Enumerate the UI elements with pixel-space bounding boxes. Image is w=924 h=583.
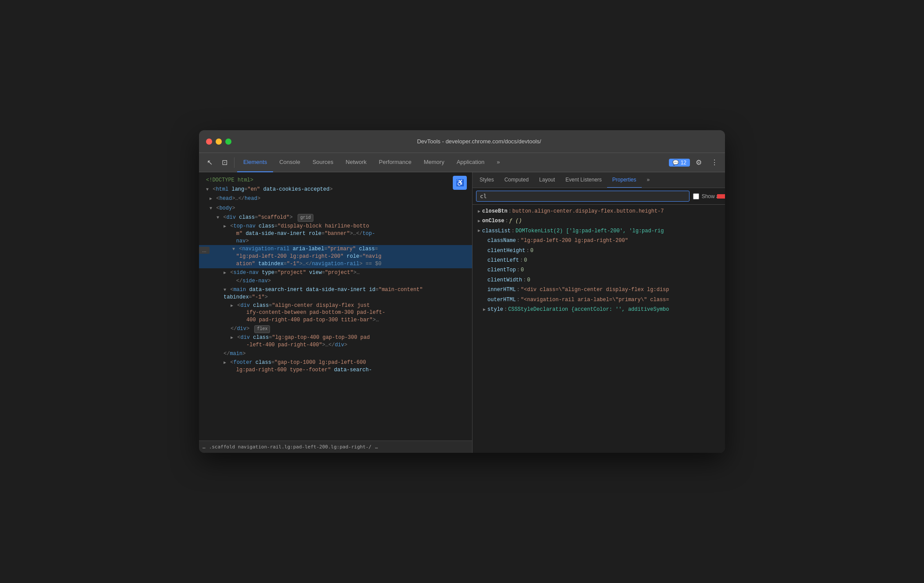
dom-panel: ♿ <!DOCTYPE html> ▼ <html lang="en" data… <box>199 172 473 453</box>
expand-arrow: ▼ <box>210 206 212 211</box>
dom-line-html[interactable]: ▼ <html lang="en" data-cookies-accepted> <box>199 185 472 194</box>
svg-marker-0 <box>717 190 725 203</box>
expand-arrow: ▶ <box>224 270 226 275</box>
prop-closeBtn[interactable]: ▶ closeBtn : button.align-center.display… <box>473 206 725 216</box>
prop-outerHTML[interactable]: ▶ outerHTML : "<navigation-rail aria-lab… <box>473 295 725 305</box>
main-area: ♿ <!DOCTYPE html> ▼ <html lang="en" data… <box>199 172 725 453</box>
expand-arrow: ▼ <box>217 215 219 220</box>
filter-bar: Show all <box>473 188 725 205</box>
subtab-more[interactable]: » <box>642 172 655 188</box>
toolbar-right: 💬 12 ⚙ ⋮ <box>669 156 721 170</box>
status-bar: … .scaffold navigation-rail.lg:pad-left-… <box>199 441 472 453</box>
tab-console[interactable]: Console <box>273 153 306 172</box>
subtab-computed[interactable]: Computed <box>499 172 534 188</box>
expand-arrow: ▼ <box>224 288 226 292</box>
dom-line-body[interactable]: ▼ <body> <box>199 204 472 213</box>
breadcrumb-ellipsis: … <box>375 444 378 450</box>
tab-memory[interactable]: Memory <box>418 153 451 172</box>
expand-triangle: ▶ <box>478 208 480 215</box>
dom-line-head[interactable]: ▶ <head>…</head> <box>199 194 472 203</box>
tab-bar: Elements Console Sources Network Perform… <box>237 153 506 172</box>
prop-style[interactable]: ▶ style : CSSStyleDeclaration {accentCol… <box>473 305 725 314</box>
status-dots: … <box>203 444 206 450</box>
expand-dots-button[interactable]: … <box>199 247 210 254</box>
dom-line-closemain[interactable]: </main> <box>199 349 472 359</box>
subtab-event-listeners[interactable]: Event Listeners <box>560 172 607 188</box>
dom-tree[interactable]: <!DOCTYPE html> ▼ <html lang="en" data-c… <box>199 172 472 441</box>
filter-area: Show all <box>473 188 725 205</box>
prop-onClose[interactable]: ▶ onClose : ƒ () <box>473 216 725 226</box>
properties-list: ▶ closeBtn : button.align-center.display… <box>473 205 725 453</box>
prop-clientWidth[interactable]: ▶ clientWidth : 0 <box>473 275 725 285</box>
overflow-menu-button[interactable]: ⋮ <box>707 156 721 170</box>
dom-line-maindiv[interactable]: ▶ <div class="lg:gap-top-400 gap-top-300… <box>199 334 472 349</box>
dom-line-topnav[interactable]: ▶ <top-nav class="display-block hairline… <box>199 222 472 245</box>
dom-line-doctype[interactable]: <!DOCTYPE html> <box>199 176 472 185</box>
subtab-properties[interactable]: Properties <box>607 172 642 188</box>
expand-arrow: ▶ <box>231 303 233 308</box>
dom-line-scaffold[interactable]: ▼ <div class="scaffold"> grid <box>199 213 472 222</box>
subtab-styles[interactable]: Styles <box>474 172 499 188</box>
chat-badge[interactable]: 💬 12 <box>669 159 690 167</box>
expand-arrow: ▼ <box>206 187 209 192</box>
expand-triangle: ▶ <box>478 227 480 235</box>
chat-count: 12 <box>681 160 686 166</box>
subtab-layout[interactable]: Layout <box>534 172 560 188</box>
red-arrow-indicator <box>717 190 725 203</box>
accessibility-icon-wrap: ♿ <box>453 176 467 190</box>
prop-classList[interactable]: ▶ classList : DOMTokenList(2) ['lg:pad-l… <box>473 226 725 236</box>
traffic-lights <box>206 139 231 145</box>
doctype-text: <!DOCTYPE html> <box>206 177 253 183</box>
tab-elements[interactable]: Elements <box>237 153 273 172</box>
properties-panel: Styles Computed Layout Event Listeners P… <box>473 172 725 453</box>
device-toolbar-button[interactable]: ⊡ <box>217 156 231 170</box>
close-button[interactable] <box>206 139 212 145</box>
settings-button[interactable]: ⚙ <box>692 156 706 170</box>
prop-className[interactable]: ▶ className : "lg:pad-left-200 lg:pad-ri… <box>473 236 725 245</box>
expand-triangle: ▶ <box>483 306 486 313</box>
prop-innerHTML[interactable]: ▶ innerHTML : "<div class=\"align-center… <box>473 285 725 295</box>
expand-arrow: ▶ <box>224 360 226 365</box>
tab-more[interactable]: » <box>490 153 506 172</box>
chat-icon: 💬 <box>672 160 679 166</box>
prop-clientHeight[interactable]: ▶ clientHeight : 0 <box>473 246 725 256</box>
main-toolbar: ↖ ⊡ Elements Console Sources Network Per… <box>199 153 725 172</box>
window-title: DevTools - developer.chrome.com/docs/dev… <box>240 138 718 145</box>
expand-arrow: ▶ <box>210 196 212 201</box>
flex-badge: flex <box>254 325 270 333</box>
titlebar: DevTools - developer.chrome.com/docs/dev… <box>199 130 725 153</box>
show-all-checkbox[interactable] <box>693 193 699 199</box>
dom-line-navrail[interactable]: … ▼ <navigation-rail aria-label="primary… <box>199 245 472 268</box>
minimize-button[interactable] <box>216 139 222 145</box>
dom-line-main[interactable]: ▼ <main data-search-inert data-side-nav-… <box>199 286 472 302</box>
red-arrow-icon <box>717 190 725 203</box>
tab-performance[interactable]: Performance <box>373 153 417 172</box>
breadcrumb: .scaffold navigation-rail.lg:pad-left-20… <box>209 444 372 450</box>
tab-network[interactable]: Network <box>340 153 373 172</box>
expand-arrow: ▶ <box>231 335 233 340</box>
expand-arrow: ▼ <box>232 247 235 252</box>
prop-clientLeft[interactable]: ▶ clientLeft : 0 <box>473 256 725 265</box>
dom-line-closediv[interactable]: </div> flex <box>199 324 472 334</box>
sub-tabs: Styles Computed Layout Event Listeners P… <box>473 172 725 188</box>
accessibility-button[interactable]: ♿ <box>453 176 467 190</box>
prop-clientTop[interactable]: ▶ clientTop : 0 <box>473 265 725 275</box>
expand-arrow: ▶ <box>224 224 226 229</box>
tab-sources[interactable]: Sources <box>306 153 340 172</box>
dom-line-titlebar-div[interactable]: ▶ <div class="align-center display-flex … <box>199 302 472 324</box>
cursor-icon-button[interactable]: ↖ <box>203 156 217 170</box>
properties-filter-input[interactable] <box>476 191 689 202</box>
devtools-window: DevTools - developer.chrome.com/docs/dev… <box>199 130 725 453</box>
maximize-button[interactable] <box>225 139 231 145</box>
expand-triangle: ▶ <box>478 217 480 225</box>
grid-badge: grid <box>298 214 313 222</box>
dom-line-footer[interactable]: ▶ <footer class="gap-top-1000 lg:pad-lef… <box>199 359 472 374</box>
toolbar-divider <box>234 157 235 168</box>
dom-line-sidenav[interactable]: ▶ <side-nav type="project" view="project… <box>199 268 472 286</box>
tab-application[interactable]: Application <box>451 153 491 172</box>
